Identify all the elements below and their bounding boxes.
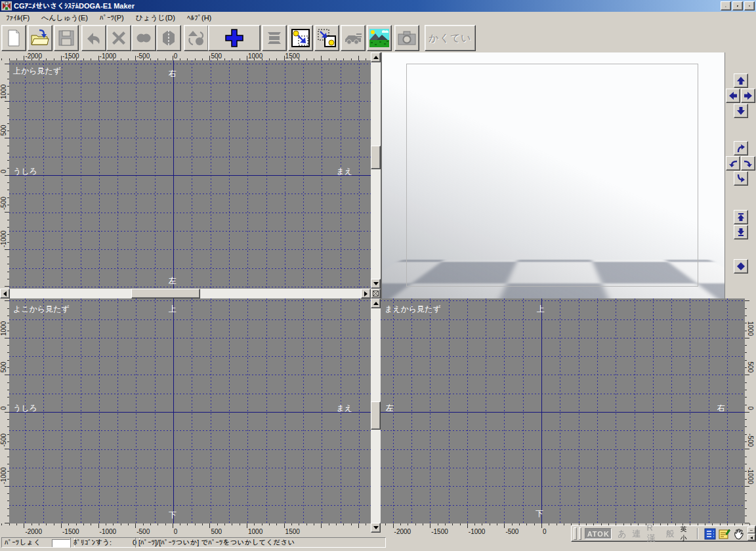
scroll-up-button[interactable]	[371, 298, 381, 308]
view-range-in-icon	[317, 28, 337, 48]
new-file-button[interactable]	[1, 25, 26, 51]
mirror-part-icon	[159, 29, 178, 47]
viewport-top-view[interactable]: 上から見たず 右 左 うしろ まえ	[9, 60, 371, 289]
undo-icon	[85, 30, 103, 47]
render-preview[interactable]	[381, 52, 724, 298]
minimize-button[interactable]	[721, 1, 731, 10]
scrollbar-vertical-bottom[interactable]	[371, 298, 381, 533]
parts-list-icon	[265, 30, 284, 47]
move-up-button[interactable]	[734, 73, 748, 88]
restore-icon	[737, 3, 738, 9]
zoom-in-button[interactable]	[734, 210, 748, 224]
part-color-label: ﾊﾟｰﾂしょく	[5, 539, 41, 546]
polygon-count-panel: ﾎﾟﾘｺﾞﾝすう: 0	[70, 537, 140, 548]
parts-list-button[interactable]	[262, 25, 287, 51]
axis-label-left: うしろ	[13, 166, 37, 177]
ime-mode-hiragana[interactable]: あ	[618, 528, 626, 540]
rotate-down-icon	[736, 174, 746, 183]
ime-drag-grip[interactable]	[579, 527, 582, 540]
scrollbar-thumb[interactable]	[371, 146, 381, 169]
move-right-button[interactable]	[741, 89, 755, 103]
view-range-out-icon	[291, 28, 310, 48]
ime-menu-button[interactable]	[704, 528, 716, 540]
scrollbar-thumb[interactable]	[131, 289, 200, 298]
mirror-part-button[interactable]	[156, 25, 181, 51]
ime-mode-eng-small[interactable]: 英小	[680, 525, 692, 543]
move-left-button[interactable]	[726, 89, 740, 103]
part-color-swatch[interactable]	[52, 539, 70, 548]
ime-mode-general[interactable]: 般	[665, 528, 674, 540]
camera-button[interactable]	[394, 25, 419, 51]
ime-mode-rkan[interactable]: R漢	[647, 523, 660, 544]
menu-display[interactable]: ひょうじ(D)	[130, 12, 181, 24]
splitter-grip-icon	[373, 291, 379, 296]
ime-word-register-button[interactable]	[719, 528, 730, 540]
scrollbar-vertical-top[interactable]	[371, 52, 381, 289]
move-down-button[interactable]	[734, 104, 748, 118]
confirm-button[interactable]: かくてい	[425, 25, 476, 51]
close-button[interactable]	[744, 1, 755, 10]
menu-edit[interactable]: へんしゅう(E)	[35, 12, 94, 24]
undo-button[interactable]	[81, 25, 106, 51]
rotate-up-button[interactable]	[734, 141, 748, 155]
ime-hand-input-button[interactable]	[733, 528, 745, 540]
add-part-button[interactable]	[208, 25, 261, 51]
save-file-button[interactable]	[54, 25, 79, 51]
rotate-part-button[interactable]	[184, 25, 209, 51]
ime-minimize-button[interactable]: −	[747, 527, 755, 533]
polygon-count-label: ﾎﾟﾘｺﾞﾝすう:	[74, 539, 112, 546]
rotate-part-icon	[187, 29, 205, 47]
axis-label-left: うしろ	[13, 403, 37, 414]
zoom-out-button[interactable]	[734, 225, 748, 239]
ruler-top: -2000-1500-1000-500050010001500	[0, 52, 371, 60]
menu-help[interactable]: ﾍﾙﾌﾟ(H)	[181, 13, 217, 22]
ime-atok-button[interactable]: ATOK	[585, 528, 612, 539]
scroll-down-button[interactable]	[371, 523, 381, 533]
scroll-down-button[interactable]	[371, 279, 381, 289]
scroll-up-button[interactable]	[371, 52, 381, 62]
menu-file[interactable]: ﾌｧｲﾙ(F)	[0, 13, 35, 22]
window-title: CGｱﾆﾒせいさくｼｽﾃﾑDOGA-E1 Maker	[14, 0, 135, 12]
part-color-panel: ﾊﾟｰﾂしょく	[1, 537, 75, 548]
rotate-down-button[interactable]	[734, 171, 748, 186]
ruler-bottom-left: -2000-1500-1000-500050010001500	[0, 523, 381, 537]
ruler-left-top: 10005000-500-1000	[0, 60, 9, 289]
scrollbar-horizontal-top[interactable]	[0, 289, 371, 298]
preview-frame	[406, 64, 698, 287]
toolbar: かくてい	[0, 24, 756, 53]
ime-mode-renbun[interactable]: 連	[633, 528, 641, 540]
axis-label-bottom: 左	[169, 276, 177, 287]
zoom-in-icon	[736, 213, 746, 222]
open-file-button[interactable]	[28, 25, 52, 51]
axis-label-bottom: 下	[536, 508, 543, 520]
rotate-right-button[interactable]	[741, 156, 755, 171]
menu-parts[interactable]: ﾊﾟｰﾂ(P)	[94, 13, 130, 22]
restore-button[interactable]	[732, 1, 743, 10]
delete-part-icon	[110, 30, 127, 47]
splitter-grip[interactable]	[371, 289, 381, 298]
ime-collapse-button[interactable]: ◂	[747, 534, 755, 541]
axis-label-left: 左	[386, 403, 394, 414]
render-scene-icon	[369, 28, 390, 48]
viewport-side-view[interactable]: よこから見たず 上 下 うしろ まえ	[9, 298, 371, 523]
view-range-out-button[interactable]	[288, 25, 313, 51]
reset-view-button[interactable]	[734, 259, 748, 274]
arrow-right-icon	[744, 91, 753, 100]
axis-label-top: 上	[169, 304, 177, 315]
scroll-right-button[interactable]	[361, 289, 371, 298]
axis-label-right: 右	[717, 403, 725, 414]
scroll-left-button[interactable]	[0, 289, 10, 298]
ruler-left-side: 10005000-500-1000	[0, 298, 9, 523]
motion-test-button[interactable]	[341, 25, 366, 51]
unite-parts-button[interactable]	[131, 25, 156, 51]
arrow-up-icon	[736, 76, 746, 85]
ime-drag-grip[interactable]	[574, 527, 577, 540]
minimize-icon	[725, 4, 726, 9]
rotate-left-button[interactable]	[726, 156, 740, 171]
viewport-front-view[interactable]: まえから見たず 上 下 左 右	[381, 298, 745, 523]
title-bar: CGｱﾆﾒせいさくｼｽﾃﾑDOGA-E1 Maker	[0, 0, 756, 12]
view-range-in-button[interactable]	[314, 25, 339, 51]
delete-part-button[interactable]	[106, 25, 131, 51]
render-scene-button[interactable]	[367, 25, 392, 51]
scrollbar-thumb[interactable]	[371, 401, 381, 430]
